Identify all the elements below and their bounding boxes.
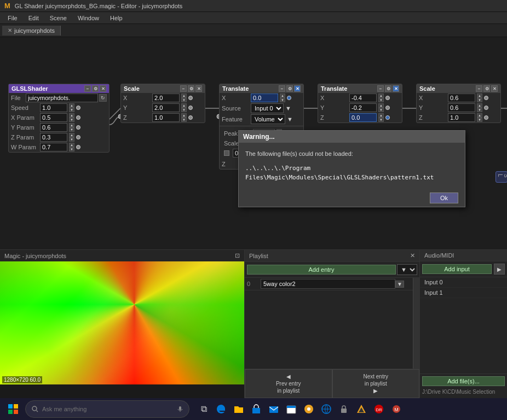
next-entry-button[interactable]: Next entry in playlist ▶ (332, 369, 420, 398)
wparam-spin-up[interactable]: ▲ (69, 143, 74, 147)
yparam-input[interactable] (40, 123, 67, 132)
scale2-close[interactable]: ✕ (491, 85, 498, 92)
entry-0-dropdown[interactable]: ▼ (395, 281, 404, 288)
edge-icon[interactable] (215, 402, 228, 416)
scale2-z-input[interactable] (448, 113, 475, 122)
menu-help[interactable]: Help (105, 14, 128, 22)
translate1-settings[interactable]: ⚙ (286, 85, 293, 92)
translate1-minimize[interactable]: − (279, 85, 285, 92)
playlist-scrollbar[interactable] (413, 278, 419, 369)
translate2-y-input[interactable] (349, 103, 377, 112)
speed-spin-up[interactable]: ▲ (69, 103, 74, 108)
scale1-z-down[interactable]: ▼ (181, 118, 187, 122)
xparam-spin-up[interactable]: ▲ (69, 113, 74, 118)
scale2-y-up[interactable]: ▲ (477, 103, 482, 108)
add-input-button[interactable]: Add input (422, 264, 492, 274)
refresh-btn[interactable]: ↻ (99, 94, 107, 102)
translate2-x-input[interactable] (349, 94, 377, 102)
tab-close-icon[interactable]: ✕ (8, 27, 12, 33)
entry-0-name[interactable] (261, 279, 395, 289)
scale2-y-down[interactable]: ▼ (477, 108, 482, 112)
scale1-x-up[interactable]: ▲ (181, 94, 187, 98)
zparam-input[interactable] (40, 133, 67, 142)
yparam-spin-up[interactable]: ▲ (69, 123, 74, 127)
scale2-settings[interactable]: ⚙ (483, 85, 490, 92)
translate1-x-down[interactable]: ▼ (280, 98, 285, 102)
yparam-spin-down[interactable]: ▼ (69, 127, 74, 132)
translate2-y-down[interactable]: ▼ (378, 108, 384, 112)
translate2-close[interactable]: ✕ (393, 85, 399, 92)
search-input[interactable] (42, 406, 174, 412)
add-entry-button[interactable]: Add entry (247, 265, 396, 275)
add-files-button[interactable]: Add file(s)... (422, 376, 505, 386)
xparam-input[interactable] (40, 113, 67, 122)
translate1-x-up[interactable]: ▲ (280, 94, 285, 98)
menu-window[interactable]: Window (72, 14, 105, 22)
scale1-z-up[interactable]: ▲ (181, 113, 187, 118)
translate2-y-up[interactable]: ▲ (378, 103, 384, 108)
vlc-icon[interactable] (355, 402, 368, 416)
prev-entry-button[interactable]: ◀ Prev entry in playlist (245, 369, 332, 398)
scale1-minimize[interactable]: − (180, 85, 187, 92)
speed-spin-down[interactable]: ▼ (69, 108, 74, 112)
taskview-icon[interactable]: ⧉ (197, 402, 210, 416)
speed-input[interactable] (40, 103, 67, 112)
start-button[interactable] (4, 400, 22, 418)
dialog-ok-button[interactable]: Ok (430, 192, 458, 203)
audio-play-btn[interactable]: ▶ (494, 264, 505, 275)
translate1-x-input[interactable] (251, 94, 278, 102)
wparam-spin-down[interactable]: ▼ (69, 147, 74, 151)
translate2-minimize[interactable]: − (377, 85, 384, 92)
menu-edit[interactable]: Edit (23, 14, 44, 22)
translate2-settings[interactable]: ⚙ (385, 85, 391, 92)
xparam-spin-down[interactable]: ▼ (69, 118, 74, 122)
scale1-x-input[interactable] (152, 94, 180, 102)
scale1-y-up[interactable]: ▲ (181, 103, 187, 108)
translate2-x-up[interactable]: ▲ (378, 94, 384, 98)
playlist-close-icon[interactable]: ✕ (410, 252, 415, 259)
scale2-x-up[interactable]: ▲ (477, 94, 482, 98)
node-close-btn[interactable]: ✕ (100, 85, 106, 92)
translate2-z-down[interactable]: ▼ (378, 118, 384, 122)
scale2-z-down[interactable]: ▼ (477, 118, 482, 122)
menu-scene[interactable]: Scene (44, 14, 72, 22)
wparam-input[interactable] (40, 143, 67, 151)
scale1-y-down[interactable]: ▼ (181, 108, 187, 112)
scale2-z-up[interactable]: ▲ (477, 113, 482, 118)
translate2-z-up[interactable]: ▲ (378, 113, 384, 118)
translate2-x-down[interactable]: ▼ (378, 98, 384, 102)
file-input[interactable] (26, 94, 98, 102)
node-minimize-btn[interactable]: − (84, 85, 91, 92)
translate2-z-input[interactable] (349, 113, 377, 122)
preview-maximize-icon[interactable]: ⊡ (235, 252, 240, 259)
scale1-close[interactable]: ✕ (195, 85, 202, 92)
scale2-x-input[interactable] (448, 94, 475, 102)
translate1-source-select[interactable]: Input 0 (251, 103, 284, 113)
taskbar-search-box[interactable] (25, 400, 189, 418)
mail-icon[interactable] (267, 402, 280, 416)
virtual-drum-icon[interactable]: DR (372, 402, 385, 416)
explorer-icon[interactable] (232, 402, 245, 416)
tab-juicymorphdots[interactable]: ✕ juicymorphdots (2, 26, 61, 36)
translate1-feature-select[interactable]: Volume (251, 114, 285, 124)
translate1-close[interactable]: ✕ (294, 85, 301, 92)
scale1-y-input[interactable] (152, 103, 180, 112)
zparam-spin-up[interactable]: ▲ (69, 133, 74, 137)
camera-icon[interactable]: M (390, 402, 403, 416)
scale1-z-input[interactable] (152, 113, 180, 122)
scale1-x-down[interactable]: ▼ (181, 98, 187, 102)
zparam-spin-down[interactable]: ▼ (69, 137, 74, 142)
lock-icon[interactable] (337, 402, 350, 416)
add-entry-dropdown[interactable]: ▼ (397, 264, 417, 275)
browser-icon2[interactable] (320, 402, 333, 416)
scale2-minimize[interactable]: − (476, 85, 482, 92)
store-icon[interactable] (250, 402, 263, 416)
node-settings-btn[interactable]: ⚙ (92, 85, 99, 92)
menu-file[interactable]: File (2, 14, 23, 22)
scale2-y-input[interactable] (448, 103, 475, 112)
scale2-x-down[interactable]: ▼ (477, 98, 482, 102)
scale1-settings[interactable]: ⚙ (188, 85, 194, 92)
media-icon[interactable] (302, 402, 315, 416)
translate1-sub-checkbox[interactable] (224, 150, 229, 156)
calendar-icon[interactable] (285, 402, 298, 416)
